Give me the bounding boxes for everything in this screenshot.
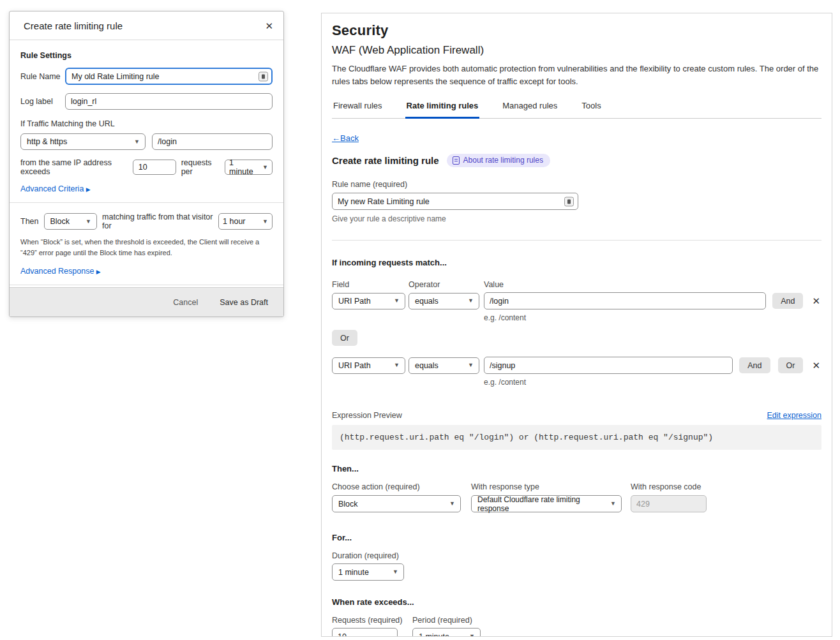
back-arrow-icon: ← [332, 133, 340, 143]
edit-expression-link[interactable]: Edit expression [767, 411, 821, 420]
action-select[interactable]: Block ▼ [332, 495, 461, 512]
rule-name-helper: Give your rule a descriptive name [332, 214, 821, 223]
divider [10, 285, 283, 285]
threshold-middle: requests per [181, 158, 220, 176]
match-heading: If incoming requests match... [332, 258, 821, 267]
close-icon[interactable]: ✕ [265, 21, 273, 31]
remove-condition-icon[interactable]: ✕ [811, 296, 821, 306]
rule-name-input[interactable] [332, 193, 578, 210]
create-rate-limit-modal: Create rate limiting rule ✕ Rule Setting… [9, 11, 284, 317]
for-heading: For... [332, 533, 821, 542]
url-input[interactable] [152, 133, 273, 150]
scheme-select[interactable]: http & https ▼ [20, 133, 146, 150]
response-type-label: With response type [471, 482, 631, 491]
action-select[interactable]: Block ▼ [44, 213, 98, 230]
waf-tabs: Firewall rules Rate limiting rules Manag… [332, 98, 821, 119]
modal-header: Create rate limiting rule ✕ [10, 11, 283, 40]
requests-input[interactable] [332, 628, 398, 637]
modal-body: Rule Settings Rule Name Log label If Tra… [10, 40, 283, 287]
ban-duration-select[interactable]: 1 hour ▼ [218, 213, 273, 230]
chevron-down-icon: ▼ [262, 219, 268, 225]
condition-row: URI Path ▼ equals ▼ And Or ✕ [332, 357, 821, 374]
tab-managed-rules[interactable]: Managed rules [501, 98, 559, 119]
condition-row: URI Path ▼ equals ▼ And ✕ [332, 292, 821, 309]
traffic-match-label: If Traffic Matching the URL [20, 119, 273, 128]
rule-name-label: Rule Name [20, 72, 65, 81]
rate-heading: When rate exceeds... [332, 597, 821, 607]
choose-action-label: Choose action (required) [332, 482, 471, 491]
chevron-down-icon: ▼ [394, 362, 400, 368]
duration-select[interactable]: 1 minute ▼ [332, 563, 404, 581]
divider [332, 240, 821, 241]
then-middle: matching traffic from that visitor for [102, 212, 213, 230]
log-label-label: Log label [20, 97, 65, 106]
page-title: Security [332, 22, 821, 39]
duration-label: Duration (required) [332, 551, 399, 560]
or-button[interactable]: Or [778, 357, 804, 373]
field-select[interactable]: URI Path ▼ [332, 357, 405, 374]
screen: Create rate limiting rule ✕ Rule Setting… [0, 0, 840, 640]
chevron-down-icon: ▼ [449, 501, 455, 507]
advanced-response-link[interactable]: Advanced Response ▶ [20, 267, 273, 276]
modal-footer: Cancel Save as Draft [10, 287, 283, 316]
value-input[interactable] [484, 357, 733, 374]
response-type-select[interactable]: Default Cloudflare rate limiting respons… [471, 495, 622, 512]
page-subtitle: WAF (Web Application Firewall) [332, 44, 821, 57]
rule-name-input[interactable] [65, 68, 273, 85]
value-helper: e.g. /content [484, 313, 821, 322]
tab-rate-limiting-rules[interactable]: Rate limiting rules [405, 98, 480, 119]
save-as-draft-button[interactable]: Save as Draft [220, 298, 268, 307]
page-description: The Cloudflare WAF provides both automat… [332, 63, 821, 87]
chevron-down-icon: ▼ [262, 165, 268, 170]
and-button[interactable]: And [739, 357, 770, 373]
threshold-prefix: from the same IP address exceeds [20, 158, 128, 176]
value-helper: e.g. /content [484, 378, 821, 387]
modal-title: Create rate limiting rule [24, 20, 123, 31]
expand-arrow-icon: ▶ [86, 186, 91, 193]
chevron-down-icon: ▼ [394, 298, 400, 304]
then-heading: Then... [332, 464, 821, 473]
autofill-extension-icon[interactable] [564, 197, 574, 206]
response-code-label: With response code [631, 482, 758, 491]
tab-firewall-rules[interactable]: Firewall rules [332, 98, 384, 119]
tab-tools[interactable]: Tools [580, 98, 602, 119]
expression-preview-code: (http.request.uri.path eq "/login") or (… [332, 425, 821, 450]
or-button[interactable]: Or [332, 330, 357, 346]
divider [10, 202, 283, 203]
back-link[interactable]: ←Back [332, 133, 359, 143]
form-title: Create rate limiting rule [332, 155, 439, 166]
field-select[interactable]: URI Path ▼ [332, 293, 405, 309]
security-waf-panel: Security WAF (Web Application Firewall) … [321, 13, 832, 637]
and-button[interactable]: And [772, 293, 803, 309]
field-column-label: Field [332, 280, 409, 289]
chevron-down-icon: ▼ [134, 139, 140, 145]
operator-select[interactable]: equals ▼ [409, 357, 479, 374]
chevron-down-icon: ▼ [468, 362, 474, 368]
chevron-down-icon: ▼ [468, 298, 474, 304]
block-note: When “Block” is set, when the threshold … [20, 237, 273, 258]
log-label-input[interactable] [65, 93, 273, 110]
rule-settings-heading: Rule Settings [20, 51, 273, 60]
chevron-down-icon: ▼ [610, 501, 616, 507]
value-input[interactable] [484, 292, 766, 309]
operator-select[interactable]: equals ▼ [409, 293, 479, 309]
period-select[interactable]: 1 minute ▼ [225, 160, 273, 175]
requests-label: Requests (required) [332, 616, 404, 625]
chevron-down-icon: ▼ [469, 634, 475, 637]
about-rate-limiting-rules-badge[interactable]: About rate limiting rules [447, 154, 550, 167]
response-code-input [631, 495, 707, 512]
then-label: Then [20, 217, 39, 226]
period-label: Period (required) [412, 616, 472, 625]
advanced-criteria-link[interactable]: Advanced Criteria ▶ [20, 184, 273, 193]
expand-arrow-icon: ▶ [96, 269, 101, 275]
rule-name-label: Rule name (required) [332, 180, 821, 189]
chevron-down-icon: ▼ [86, 219, 91, 225]
autofill-extension-icon[interactable] [259, 71, 268, 81]
cancel-button[interactable]: Cancel [173, 298, 198, 307]
threshold-input[interactable] [133, 160, 176, 175]
period-select[interactable]: 1 minute ▼ [412, 628, 481, 637]
remove-condition-icon[interactable]: ✕ [811, 361, 821, 370]
expression-preview-label: Expression Preview [332, 411, 402, 420]
operator-column-label: Operator [409, 280, 484, 289]
chevron-down-icon: ▼ [393, 569, 398, 575]
